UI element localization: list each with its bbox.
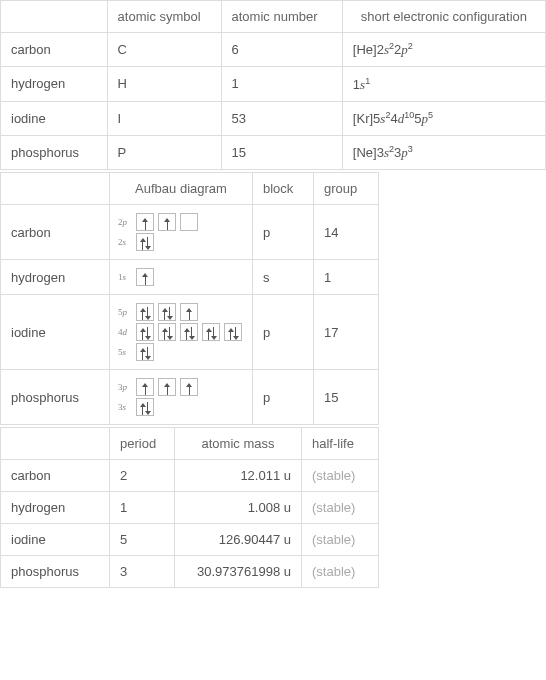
block-value: p (253, 370, 314, 425)
atomic-symbol: H (107, 67, 221, 101)
table-row: iodineI53[Kr]5s24d105p5 (1, 101, 546, 135)
electronic-config: 1s1 (342, 67, 545, 101)
atomic-mass: 12.011 u (175, 460, 302, 492)
arrow-down-icon (190, 327, 194, 340)
table-row: phosphorus330.973761998 u(stable) (1, 556, 379, 588)
orbital-label: 2s (118, 237, 132, 247)
orbital-label: 1s (118, 272, 132, 282)
arrow-down-icon (146, 327, 150, 340)
aufbau-diagram: 5p4d5s (110, 295, 253, 370)
half-life: (stable) (302, 492, 379, 524)
orbital-row: 3s (118, 398, 244, 416)
table-row: hydrogenH11s1 (1, 67, 546, 101)
table-row: carbonC6[He]2s22p2 (1, 33, 546, 67)
atomic-mass: 126.90447 u (175, 524, 302, 556)
block-value: p (253, 205, 314, 260)
orbital-box (136, 233, 154, 251)
element-name: carbon (1, 205, 110, 260)
orbital-label: 2p (118, 217, 132, 227)
orbital-box (180, 378, 198, 396)
table-header-row: Aufbau diagram block group (1, 173, 379, 205)
electronic-config: [Ne]3s23p3 (342, 135, 545, 169)
orbital-row: 1s (118, 268, 244, 286)
orbital-box (136, 268, 154, 286)
orbital-row: 2p (118, 213, 244, 231)
block-value: s (253, 260, 314, 295)
block-value: p (253, 295, 314, 370)
electronic-config: [He]2s22p2 (342, 33, 545, 67)
atomic-symbol: I (107, 101, 221, 135)
arrow-up-icon (143, 217, 147, 230)
atomic-number: 53 (221, 101, 342, 135)
orbital-box (158, 323, 176, 341)
atomic-number: 15 (221, 135, 342, 169)
col-header-period: period (110, 428, 175, 460)
orbital-box (136, 303, 154, 321)
orbital-row: 5p (118, 303, 244, 321)
half-life: (stable) (302, 460, 379, 492)
table-row: iodine5p4d5sp17 (1, 295, 379, 370)
period-value: 3 (110, 556, 175, 588)
element-name: hydrogen (1, 67, 108, 101)
orbital-label: 3p (118, 382, 132, 392)
element-name: iodine (1, 295, 110, 370)
arrow-down-icon (146, 402, 150, 415)
orbital-box (136, 343, 154, 361)
atomic-number: 6 (221, 33, 342, 67)
orbital-box (180, 303, 198, 321)
orbital-box (136, 378, 154, 396)
orbital-box (158, 303, 176, 321)
orbital-row: 2s (118, 233, 244, 251)
table-aufbau: Aufbau diagram block group carbon2p2sp14… (0, 172, 379, 425)
col-header-symbol: atomic symbol (107, 1, 221, 33)
arrow-down-icon (146, 237, 150, 250)
table-row: carbon2p2sp14 (1, 205, 379, 260)
orbital-row: 5s (118, 343, 244, 361)
col-header-mass: atomic mass (175, 428, 302, 460)
aufbau-diagram: 1s (110, 260, 253, 295)
table-row: carbon212.011 u(stable) (1, 460, 379, 492)
arrow-down-icon (146, 347, 150, 360)
orbital-box (202, 323, 220, 341)
arrow-down-icon (146, 307, 150, 320)
group-value: 1 (314, 260, 379, 295)
electronic-config: [Kr]5s24d105p5 (342, 101, 545, 135)
period-value: 5 (110, 524, 175, 556)
orbital-box (180, 213, 198, 231)
half-life: (stable) (302, 556, 379, 588)
element-name: phosphorus (1, 135, 108, 169)
orbital-box (158, 213, 176, 231)
table-row: hydrogen1ss1 (1, 260, 379, 295)
col-header-empty (1, 173, 110, 205)
arrow-up-icon (165, 382, 169, 395)
orbital-box (136, 323, 154, 341)
aufbau-diagram: 3p3s (110, 370, 253, 425)
arrow-up-icon (143, 382, 147, 395)
arrow-down-icon (212, 327, 216, 340)
element-name: iodine (1, 101, 108, 135)
atomic-number: 1 (221, 67, 342, 101)
atomic-symbol: P (107, 135, 221, 169)
orbital-row: 4d (118, 323, 244, 341)
period-value: 1 (110, 492, 175, 524)
col-header-aufbau: Aufbau diagram (110, 173, 253, 205)
arrow-down-icon (168, 307, 172, 320)
col-header-halflife: half-life (302, 428, 379, 460)
orbital-label: 5s (118, 347, 132, 357)
element-name: carbon (1, 460, 110, 492)
orbital-box (180, 323, 198, 341)
group-value: 15 (314, 370, 379, 425)
element-name: phosphorus (1, 556, 110, 588)
table-row: phosphorusP15[Ne]3s23p3 (1, 135, 546, 169)
col-header-empty (1, 1, 108, 33)
orbital-box (136, 213, 154, 231)
element-name: phosphorus (1, 370, 110, 425)
table-row: hydrogen11.008 u(stable) (1, 492, 379, 524)
group-value: 17 (314, 295, 379, 370)
col-header-group: group (314, 173, 379, 205)
group-value: 14 (314, 205, 379, 260)
orbital-row: 3p (118, 378, 244, 396)
table-header-row: period atomic mass half-life (1, 428, 379, 460)
table-atomic-info: atomic symbol atomic number short electr… (0, 0, 546, 170)
table-row: iodine5126.90447 u(stable) (1, 524, 379, 556)
